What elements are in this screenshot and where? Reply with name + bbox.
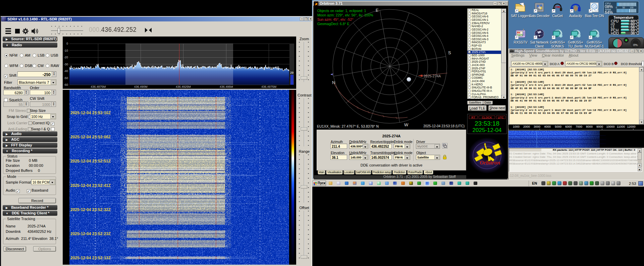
svg-text:CW: CW [555, 5, 560, 9]
svg-text:-20: -20 [64, 56, 68, 59]
svg-text:436.495M: 436.495M [220, 85, 233, 88]
svg-text:E: E [376, 8, 379, 13]
svg-text:2025-12-04 23:53:10Z: 2025-12-04 23:53:10Z [70, 111, 111, 115]
svg-text:2025-274A: 2025-274A [424, 74, 441, 78]
svg-text:S: S [448, 50, 451, 55]
svg-text:2025-12-04 23:52:41Z: 2025-12-04 23:52:41Z [70, 183, 111, 188]
svg-text:436.4975M: 436.4975M [261, 85, 276, 88]
svg-text:436.490M: 436.490M [134, 85, 147, 88]
svg-text:-10: -10 [64, 49, 68, 52]
svg-text:RX: RX [517, 31, 521, 34]
svg-text:2025-12-04 23:52:23Z: 2025-12-04 23:52:23Z [70, 231, 111, 236]
svg-text:-40: -40 [64, 69, 68, 73]
svg-text:436.4875M: 436.4875M [91, 85, 106, 88]
svg-text:2025-12-04 23:52:13Z: 2025-12-04 23:52:13Z [70, 256, 111, 260]
svg-text:29: 29 [290, 71, 293, 74]
svg-text:2025-12-04 23:53:00Z: 2025-12-04 23:53:00Z [70, 135, 111, 139]
svg-text:0%: 0% [633, 43, 638, 47]
svg-text:Orbitron: Orbitron [480, 159, 500, 166]
svg-text:0: 0 [66, 42, 68, 45]
svg-text:-60: -60 [64, 83, 68, 86]
svg-text:W: W [404, 122, 409, 127]
svg-text:-50: -50 [64, 76, 68, 80]
svg-text:2025-12-04 23:52:32Z: 2025-12-04 23:52:32Z [70, 207, 111, 212]
svg-text:-30: -30 [64, 63, 68, 66]
svg-text:2025-12-04 23:52:51Z: 2025-12-04 23:52:51Z [70, 159, 111, 163]
svg-text:436.4925M: 436.4925M [176, 85, 191, 88]
